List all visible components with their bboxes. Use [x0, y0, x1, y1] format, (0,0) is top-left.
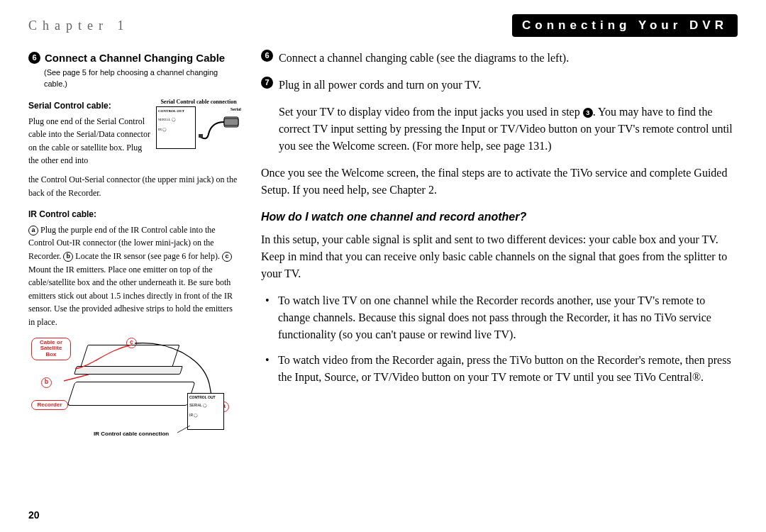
step-6-title-text: Connect a Channel Changing Cable: [45, 50, 225, 66]
right-step-6-number-icon: 6: [261, 50, 273, 62]
right-step-7: 7 Plug in all power cords and turn on yo…: [261, 77, 738, 94]
letter-b-icon: b: [63, 252, 73, 262]
right-column: 6 Connect a channel changing cable (see …: [261, 50, 738, 444]
right-step-7-continued: Set your TV to display video from the in…: [261, 104, 738, 155]
letter-c-icon: c: [222, 252, 232, 262]
ir-control-body: a Plug the purple end of the IR Control …: [28, 223, 241, 329]
page-number: 20: [28, 509, 40, 521]
ir-diagram: Cable or Satellite Box b Recorder c a CO…: [28, 338, 227, 444]
ir-control-title: IR Control cable:: [28, 208, 241, 221]
step-6-note: (See page 5 for help choosing a channel …: [44, 67, 241, 89]
content-columns: 6 Connect a Channel Changing Cable (See …: [28, 50, 738, 444]
serial-body-start: Plug one end of the Serial Control cable…: [28, 116, 150, 166]
right-step-6-text: Connect a channel changing cable (see th…: [279, 50, 569, 67]
serial-control-title: Serial Control cable:: [28, 99, 150, 113]
right-step-6: 6 Connect a channel changing cable (see …: [261, 50, 738, 67]
header-title: Connecting Your DVR: [512, 14, 738, 37]
right-step-7-text: Plug in all power cords and turn on your…: [279, 77, 482, 94]
svg-rect-1: [224, 118, 238, 126]
svg-rect-2: [199, 134, 203, 138]
serial-section: Serial Control cable: Plug one end of th…: [28, 99, 241, 167]
how-do-i-heading: How do I watch one channel and record an…: [261, 209, 738, 226]
chapter-label: Chapter 1: [28, 18, 129, 33]
serial-body-end: the Control Out-Serial connector (the up…: [28, 173, 241, 199]
page-header: Chapter 1 Connecting Your DVR: [28, 14, 738, 37]
step-6-title: 6 Connect a Channel Changing Cable: [28, 50, 241, 66]
diagram-letter-b-icon: b: [41, 377, 52, 388]
serial-cable-icon: [199, 113, 241, 153]
bulleted-list: To watch live TV on one channel while th…: [261, 292, 738, 386]
bullet-1: To watch live TV on one channel while th…: [278, 292, 738, 343]
left-column: 6 Connect a Channel Changing Cable (See …: [28, 50, 241, 444]
how-do-i-body: In this setup, your cable signal is spli…: [261, 231, 738, 282]
bullet-2: To watch video from the Recorder again, …: [278, 352, 738, 386]
right-step-7-number-icon: 7: [261, 77, 273, 89]
step-6-number-icon: 6: [28, 52, 40, 64]
recorder-label: Recorder: [31, 400, 68, 411]
letter-a-icon: a: [28, 226, 38, 235]
rear-panel-icon: CONTROL OUT SERIAL ◯ IR ◯: [187, 393, 224, 430]
inline-step-3-icon: 3: [583, 108, 593, 118]
welcome-paragraph: Once you see the Welcome screen, the fin…: [261, 165, 738, 199]
serial-port-panel-icon: CONTROL OUT SERIAL ◯ IR ◯: [156, 106, 196, 149]
ir-diagram-caption: IR Control cable connection: [94, 430, 169, 438]
serial-diagram: Serial Control cable connection CONTROL …: [156, 99, 241, 163]
serial-diagram-caption: Serial Control cable connection: [156, 99, 241, 105]
caption-pointer-icon: [177, 426, 193, 438]
